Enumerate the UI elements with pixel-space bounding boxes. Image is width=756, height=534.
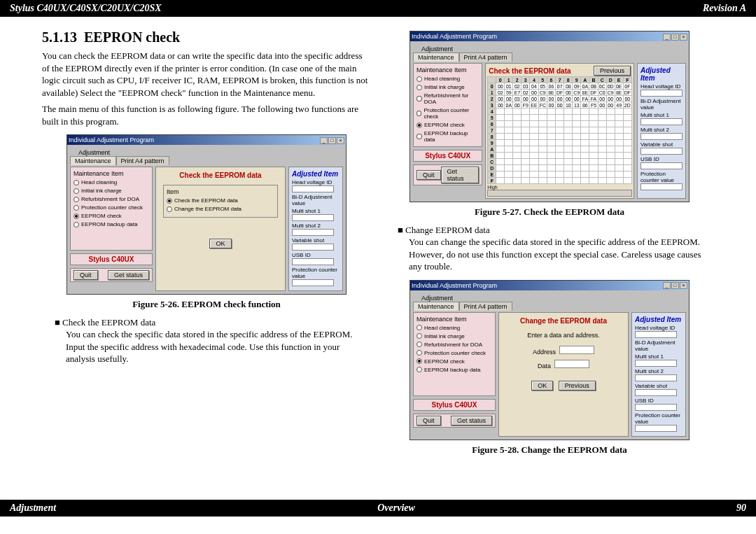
footer-left: Adjustment bbox=[10, 503, 56, 514]
maint-legend: Maintenance Item bbox=[74, 170, 149, 177]
scrollbar[interactable] bbox=[487, 190, 632, 197]
maintenance-panel: Maintenance Item Head cleaning Initial i… bbox=[413, 312, 496, 396]
tab-maintenance[interactable]: Maintenance bbox=[413, 52, 459, 62]
content-area: 5.1.13 EEPRON check You can check the EE… bbox=[0, 17, 756, 500]
quit-button[interactable]: Quit bbox=[416, 416, 441, 426]
hex-panel: Check the EEPROM data Previous 012345678… bbox=[485, 63, 634, 199]
fld-head-v: Head voltage ID bbox=[292, 179, 340, 192]
bullet-check-eeprom: Check the EEPROM data You can check the … bbox=[55, 317, 371, 365]
close-icon[interactable]: × bbox=[680, 282, 687, 289]
tab-print-a4[interactable]: Print A4 pattern bbox=[459, 52, 512, 62]
fig27-window: Individual Adjustment Program _□× Adjust… bbox=[410, 31, 690, 202]
max-icon[interactable]: □ bbox=[328, 137, 336, 144]
bullet-list-1: Check the EEPROM data You can check the … bbox=[55, 317, 371, 365]
max-icon[interactable]: □ bbox=[671, 282, 679, 289]
tab-row: Maintenance Print A4 pattern bbox=[70, 156, 343, 165]
min-icon[interactable]: _ bbox=[663, 282, 671, 289]
figure-26: Individual Adjustment Program _□× Adjust… bbox=[42, 134, 371, 295]
fig26-caption: Figure 5-26. EEPROM check function bbox=[42, 299, 371, 310]
quit-button[interactable]: Quit bbox=[416, 170, 441, 180]
bullet-list-2: Change EEPROM data You can change the sp… bbox=[398, 225, 714, 273]
get-status-button[interactable]: Get status bbox=[451, 416, 492, 426]
window-title: Individual Adjustment Program bbox=[412, 33, 497, 40]
get-status-button[interactable]: Get status bbox=[108, 270, 149, 280]
right-column: Individual Adjustment Program _□× Adjust… bbox=[385, 24, 714, 486]
intro-para-1: You can check the EEPROM data or can wri… bbox=[42, 50, 371, 99]
previous-button[interactable]: Previous bbox=[559, 381, 596, 391]
section-heading: 5.1.13 EEPRON check bbox=[42, 29, 371, 45]
figure-28: Individual Adjustment Program _□× Adjust… bbox=[385, 280, 714, 440]
item-legend: Item bbox=[167, 188, 274, 195]
adjusted-panel: Adjusted Item Head voltage ID Bi-D Adjus… bbox=[631, 312, 686, 437]
fig27-caption: Figure 5-27. Check the EEPROM data bbox=[385, 206, 714, 218]
hex-grid: 0123456789ABCDEF0000102030405060708090A0… bbox=[487, 76, 632, 184]
center-title: Check the EEPROM data bbox=[159, 171, 282, 179]
adjusted-panel: Adjusted Item Head voltage ID Bi-D Adjus… bbox=[288, 167, 343, 291]
tab-maintenance[interactable]: Maintenance bbox=[413, 302, 459, 311]
fig26-window: Individual Adjustment Program _□× Adjust… bbox=[66, 134, 346, 295]
header-left: Stylus C40UX/C40SX/C20UX/C20SX bbox=[10, 3, 162, 14]
fld-ms2: Multi shot 2 bbox=[292, 223, 340, 236]
radio-prot-counter[interactable]: Protection counter check bbox=[74, 204, 149, 211]
footer-bar: Adjustment Overview 90 bbox=[0, 500, 756, 517]
tab-print-a4[interactable]: Print A4 pattern bbox=[459, 302, 512, 311]
fig28-window: Individual Adjustment Program _□× Adjust… bbox=[410, 280, 690, 440]
radio-eeprom-check[interactable]: EEPROM check bbox=[74, 213, 149, 219]
adjusted-panel: Adjusted Item Head voltage ID Bi-D Adjus… bbox=[637, 63, 686, 199]
radio-opt-check[interactable]: Check the EEPROM data bbox=[167, 197, 274, 204]
radio-opt-change[interactable]: Change the EEPROM data bbox=[167, 206, 274, 212]
tab-print-a4[interactable]: Print A4 pattern bbox=[116, 156, 169, 165]
adj-label: Adjustment bbox=[78, 149, 335, 156]
radio-refurb[interactable]: Refurbishment for DOA bbox=[74, 196, 149, 202]
maintenance-panel: Maintenance Item Head cleaning Initial i… bbox=[70, 167, 153, 251]
fig26-titlebar: Individual Adjustment Program _□× bbox=[67, 135, 346, 145]
max-icon[interactable]: □ bbox=[671, 34, 679, 41]
min-icon[interactable]: _ bbox=[663, 34, 671, 41]
ok-button[interactable]: OK bbox=[531, 381, 553, 391]
intro-para-2: The main menu of this function is as fol… bbox=[42, 103, 371, 127]
get-status-button[interactable]: Get status bbox=[441, 167, 479, 183]
quit-panel: Quit Get status bbox=[70, 268, 153, 282]
left-column: 5.1.13 EEPRON check You can check the EE… bbox=[42, 24, 371, 486]
model-label: Stylus C40UX bbox=[74, 255, 149, 263]
ok-button[interactable]: OK bbox=[209, 239, 231, 248]
address-label: Address bbox=[533, 349, 556, 356]
quit-button[interactable]: Quit bbox=[74, 270, 98, 280]
panels-row: Maintenance Item Head cleaning Initial i… bbox=[70, 167, 343, 291]
footer-right: 90 bbox=[736, 503, 746, 514]
page: Stylus C40UX/C40SX/C20UX/C20SX Revision … bbox=[0, 0, 756, 517]
previous-button[interactable]: Previous bbox=[594, 66, 631, 76]
radio-head-cleaning[interactable]: Head cleaning bbox=[74, 179, 149, 185]
fld-usb: USB ID bbox=[292, 252, 340, 265]
window-buttons: _□× bbox=[319, 136, 344, 144]
data-label: Data bbox=[538, 363, 551, 370]
fld-pcv: Protection counter value bbox=[292, 267, 340, 286]
window-title: Individual Adjustment Program bbox=[69, 136, 154, 143]
fig27-titlebar: Individual Adjustment Program _□× bbox=[410, 31, 689, 41]
adjusted-title: Adjusted Item bbox=[292, 170, 340, 178]
data-input[interactable] bbox=[554, 360, 589, 368]
center-panel: Check the EEPROM data Item Check the EEP… bbox=[155, 167, 286, 291]
fig28-caption: Figure 5-28. Change the EEPROM data bbox=[385, 444, 714, 456]
header-right: Revision A bbox=[703, 3, 746, 14]
tab-maintenance[interactable]: Maintenance bbox=[70, 156, 116, 165]
radio-initial-ink[interactable]: Initial ink charge bbox=[74, 188, 149, 194]
figure-27: Individual Adjustment Program _□× Adjust… bbox=[385, 31, 714, 202]
min-icon[interactable]: _ bbox=[320, 137, 328, 144]
footer-center: Overview bbox=[377, 503, 415, 514]
radio-eeprom-backup[interactable]: EEPROM backup data bbox=[74, 221, 149, 227]
model-panel: Stylus C40UX bbox=[70, 253, 153, 265]
fld-bid: Bi-D Adjustment value bbox=[292, 194, 340, 206]
address-input[interactable] bbox=[559, 346, 594, 354]
close-icon[interactable]: × bbox=[680, 34, 687, 41]
enter-prompt: Enter a data and address. bbox=[502, 332, 625, 339]
bullet-change-eeprom: Change EEPROM data You can change the sp… bbox=[398, 225, 714, 273]
change-panel: Change the EEPROM data Enter a data and … bbox=[498, 312, 629, 437]
close-icon[interactable]: × bbox=[337, 137, 344, 144]
maintenance-panel: Maintenance Item Head cleaning Initial i… bbox=[413, 63, 482, 147]
window-body: Adjustment Maintenance Print A4 pattern … bbox=[67, 145, 346, 294]
header-bar: Stylus C40UX/C40SX/C20UX/C20SX Revision … bbox=[0, 0, 756, 17]
high-label: High bbox=[487, 185, 632, 190]
fld-vs: Variable shot bbox=[292, 237, 340, 251]
fld-ms1: Multi shot 1 bbox=[292, 208, 340, 221]
